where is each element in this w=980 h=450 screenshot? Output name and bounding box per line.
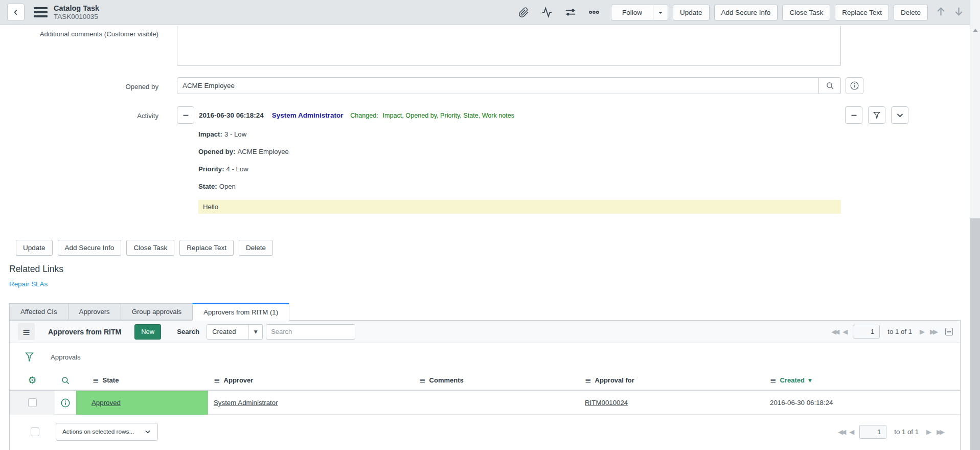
tab-approvers[interactable]: Approvers (68, 303, 121, 320)
chevron-down-icon (144, 428, 151, 435)
form-context-menu-icon[interactable] (34, 7, 48, 17)
page-number-input[interactable] (853, 325, 880, 339)
repair-slas-link[interactable]: Repair SLAs (9, 280, 48, 288)
previous-page-icon[interactable]: ◀ (849, 429, 854, 435)
state-cell: Approved (76, 391, 208, 415)
record-number: TASK0010035 (54, 13, 99, 21)
activity-timestamp: 2016-06-30 06:18:24 (199, 111, 264, 119)
activity-expand-button[interactable] (891, 106, 908, 124)
table-row: Approved System Administrator RITM001002… (10, 391, 960, 415)
minus-icon (850, 111, 858, 119)
column-menu-icon: ≡ (419, 376, 426, 385)
last-page-icon[interactable]: ▶▶ (937, 429, 943, 435)
next-page-icon[interactable]: ▶ (920, 328, 925, 335)
pagination-range-text: to 1 of 1 (887, 328, 912, 335)
add-secure-info-button[interactable]: Add Secure Info (58, 240, 122, 256)
close-task-button[interactable]: Close Task (126, 240, 174, 256)
replace-text-button[interactable]: Replace Text (835, 5, 889, 20)
list-search-label: Search (177, 328, 199, 335)
actions-select-label: Actions on selected rows... (62, 428, 134, 435)
follow-button[interactable]: Follow (611, 5, 653, 20)
follow-split-button: Follow (611, 5, 668, 20)
update-button[interactable]: Update (673, 5, 710, 20)
additional-comments-label: Additional comments (Customer visible) (0, 26, 158, 68)
opened-by-info-button[interactable] (846, 77, 863, 94)
additional-comments-textarea[interactable] (177, 26, 841, 66)
add-secure-info-button[interactable]: Add Secure Info (714, 5, 778, 20)
personalize-form-icon[interactable] (565, 7, 576, 18)
row-info-icon[interactable] (60, 398, 71, 408)
back-button[interactable] (7, 4, 25, 21)
collapse-entry-button[interactable] (177, 106, 194, 124)
activity-filter-button[interactable] (868, 106, 885, 124)
related-links-heading: Related Links (9, 264, 970, 275)
actions-on-selected-rows-select[interactable]: Actions on selected rows... (56, 423, 158, 441)
collapse-activity-button[interactable] (845, 106, 862, 124)
activity-header: 2016-06-30 06:18:24 System Administrator… (177, 106, 908, 124)
column-header-approval-for[interactable]: ≡Approval for (582, 376, 766, 385)
activity-section: Activity 2016-06-30 06:18:24 System Admi… (0, 106, 970, 214)
delete-button[interactable]: Delete (239, 240, 273, 256)
activity-changed-label: Changed: (350, 112, 378, 119)
previous-page-icon[interactable]: ◀ (842, 328, 848, 335)
filter-funnel-icon[interactable] (25, 352, 34, 363)
column-header-approver[interactable]: ≡Approver (208, 376, 416, 385)
more-options-icon[interactable] (588, 7, 600, 18)
follow-dropdown-button[interactable] (653, 5, 668, 20)
update-button[interactable]: Update (16, 240, 53, 256)
column-header-created[interactable]: ≡Created▼ (766, 376, 960, 385)
page-number-input[interactable] (859, 425, 886, 439)
replace-text-button[interactable]: Replace Text (179, 240, 234, 256)
select-all-checkbox[interactable] (31, 428, 39, 436)
search-column-select[interactable]: Created ▼ (207, 324, 263, 340)
close-task-button[interactable]: Close Task (782, 5, 830, 20)
header-actions: Follow Update Add Secure Info Close Task… (611, 5, 928, 20)
approval-for-link[interactable]: RITM0010024 (585, 399, 628, 407)
delete-button[interactable]: Delete (894, 5, 928, 20)
activity-user-link[interactable]: System Administrator (272, 111, 344, 119)
activity-changed-fields: Impact, Opened by, Priority, State, Work… (383, 112, 515, 119)
comments-cell (416, 391, 582, 415)
attachment-icon[interactable] (518, 7, 529, 18)
related-lists-tabs: Affected CIs Approvers Group approvals A… (9, 303, 970, 320)
tab-affected-cis[interactable]: Affected CIs (9, 303, 68, 320)
state-link[interactable]: Approved (92, 399, 121, 407)
activity-details: Impact:3 - Low Opened by:ACME Employee P… (198, 130, 841, 214)
column-menu-icon: ≡ (93, 376, 99, 385)
last-page-icon[interactable]: ▶▶ (930, 328, 936, 335)
scrollbar-thumb[interactable] (970, 218, 980, 450)
opened-by-input[interactable] (177, 77, 819, 94)
list-column-headers: ⚙ ≡State ≡Approver ≡Comments ≡Approval f… (10, 371, 960, 391)
additional-comments-row: Additional comments (Customer visible) (0, 26, 970, 68)
column-search-icon[interactable] (61, 376, 70, 385)
previous-record-icon[interactable] (935, 6, 947, 19)
page-title: Catalog Task (54, 4, 99, 13)
page: Catalog Task TASK0010035 (0, 0, 980, 450)
first-page-icon[interactable]: ◀◀ (838, 429, 844, 435)
list-search-input[interactable] (266, 324, 355, 340)
column-menu-icon: ≡ (770, 376, 777, 385)
tab-approvers-from-ritm[interactable]: Approvers from RITM (1) (192, 303, 289, 321)
column-header-state[interactable]: ≡State (76, 376, 208, 385)
next-record-icon[interactable] (953, 6, 965, 19)
first-page-icon[interactable]: ◀◀ (831, 328, 837, 335)
search-icon (826, 81, 834, 90)
tab-group-approvals[interactable]: Group approvals (121, 303, 193, 320)
new-record-button[interactable]: New (134, 324, 161, 340)
form-footer-actions: Update Add Secure Info Close Task Replac… (16, 240, 970, 256)
collapse-list-icon[interactable] (945, 328, 953, 335)
chevron-down-icon (896, 111, 904, 120)
row-checkbox[interactable] (28, 398, 37, 407)
column-header-comments[interactable]: ≡Comments (416, 376, 582, 385)
next-page-icon[interactable]: ▶ (926, 429, 931, 435)
breadcrumb[interactable]: Approvals (51, 353, 81, 361)
approver-cell: System Administrator (208, 391, 416, 415)
vertical-scrollbar (970, 0, 980, 450)
activity-stream-icon[interactable] (541, 7, 553, 18)
list-context-menu-icon[interactable]: ≡ (18, 323, 35, 340)
info-icon (850, 81, 859, 91)
approver-link[interactable]: System Administrator (214, 399, 278, 407)
opened-by-lookup-button[interactable] (819, 77, 841, 94)
scrollbar-up-arrow[interactable] (973, 29, 978, 32)
list-personalize-gear-icon[interactable]: ⚙ (28, 375, 36, 385)
